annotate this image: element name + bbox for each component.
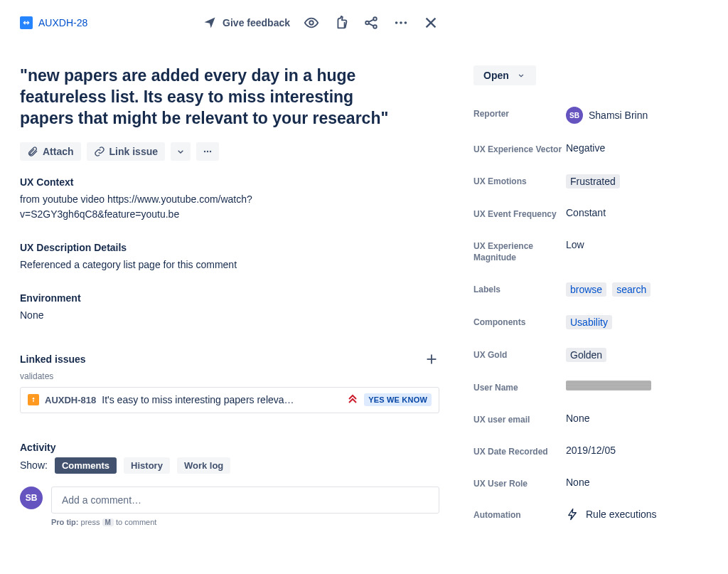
labels-value[interactable]: browse search — [566, 282, 708, 297]
ux-context-label: UX Context — [20, 176, 439, 188]
attach-label: Attach — [43, 146, 74, 157]
user-role-label: UX User Role — [473, 477, 566, 490]
add-linked-issue-button[interactable] — [424, 351, 439, 367]
svg-point-0 — [309, 21, 314, 25]
username-value[interactable] — [566, 381, 708, 390]
reporter-label: Reporter — [473, 107, 566, 120]
magnitude-label: UX Experience Magnitude — [473, 239, 566, 265]
useremail-value[interactable]: None — [566, 413, 708, 424]
label-search[interactable]: search — [612, 282, 651, 297]
link-issue-label: Link issue — [109, 146, 158, 157]
top-bar: AUXDH-28 Give feedback — [20, 14, 439, 31]
linked-issue-card[interactable]: AUXDH-818 It's easy to miss interesting … — [20, 387, 439, 413]
svg-point-8 — [405, 21, 407, 24]
tab-worklog[interactable]: Work log — [177, 457, 230, 474]
date-recorded-label: UX Date Recorded — [473, 445, 566, 458]
more-actions-icon[interactable] — [392, 14, 410, 31]
link-issue-button[interactable]: Link issue — [87, 142, 165, 161]
svg-point-7 — [400, 21, 402, 24]
close-icon[interactable] — [422, 14, 439, 31]
reporter-avatar: SB — [566, 107, 583, 124]
top-actions: Give feedback — [203, 14, 439, 31]
breadcrumb[interactable]: AUXDH-28 — [20, 16, 87, 29]
svg-rect-17 — [33, 400, 33, 402]
give-feedback-button[interactable]: Give feedback — [203, 16, 290, 30]
label-browse[interactable]: browse — [566, 282, 606, 297]
automation-label: Automation — [473, 508, 566, 521]
feedback-label: Give feedback — [223, 17, 290, 28]
ux-gold-label: UX Gold — [473, 348, 566, 361]
date-recorded-value[interactable]: 2019/12/05 — [566, 445, 708, 456]
activity-header: Activity — [20, 442, 439, 453]
issue-key-link[interactable]: AUXDH-28 — [38, 17, 87, 28]
current-user-avatar: SB — [20, 487, 43, 509]
svg-point-13 — [210, 150, 211, 152]
attach-button[interactable]: Attach — [20, 142, 81, 161]
tab-comments[interactable]: Comments — [55, 457, 117, 474]
useremail-label: UX user email — [473, 413, 566, 426]
more-content-actions[interactable] — [196, 142, 219, 161]
environment-label: Environment — [20, 292, 439, 304]
show-label: Show: — [20, 459, 48, 471]
ux-gold-value[interactable]: Golden — [566, 348, 708, 362]
magnitude-value[interactable]: Low — [566, 239, 708, 250]
components-value[interactable]: Usability — [566, 315, 708, 329]
components-label: Components — [473, 315, 566, 329]
linked-issue-summary: It's easy to miss interesting papers rel… — [102, 394, 341, 405]
issue-type-icon — [20, 16, 33, 29]
link-relation-label: validates — [20, 371, 439, 381]
svg-point-6 — [395, 21, 398, 24]
comment-input[interactable]: Add a comment… — [51, 487, 439, 514]
pro-tip: Pro tip: press M to comment — [51, 518, 439, 526]
action-row: Attach Link issue — [20, 142, 439, 161]
username-label: User Name — [473, 381, 566, 394]
tab-history[interactable]: History — [124, 457, 170, 474]
environment-value: None — [20, 308, 439, 323]
svg-point-16 — [33, 398, 35, 400]
user-role-value[interactable]: None — [566, 477, 708, 488]
link-issue-dropdown[interactable] — [171, 142, 191, 161]
svg-point-12 — [207, 150, 208, 152]
rule-executions-link[interactable]: Rule executions — [566, 508, 708, 521]
labels-label: Labels — [473, 282, 566, 296]
ux-desc-label: UX Description Details — [20, 242, 439, 253]
linked-issue-key[interactable]: AUXDH-818 — [45, 395, 96, 405]
emotions-label: UX Emotions — [473, 174, 566, 188]
ux-context-value: from youtube video https://www.youtube.c… — [20, 192, 276, 222]
linked-issue-type-icon — [28, 394, 39, 405]
reporter-value[interactable]: SB Shamsi Brinn — [566, 107, 708, 124]
component-usability[interactable]: Usability — [566, 315, 612, 329]
linked-issue-status: YES WE KNOW — [364, 393, 432, 406]
frequency-value[interactable]: Constant — [566, 207, 708, 218]
issue-title[interactable]: "new papers are added every day in a hug… — [20, 65, 404, 129]
emotions-value[interactable]: Frustrated — [566, 174, 708, 188]
svg-line-5 — [368, 23, 373, 26]
ux-desc-value: Referenced a category list page for this… — [20, 257, 439, 272]
svg-line-4 — [368, 19, 373, 22]
priority-icon — [347, 393, 358, 407]
vector-label: UX Experience Vector — [473, 142, 566, 156]
watch-icon[interactable] — [303, 14, 320, 31]
share-icon[interactable] — [363, 14, 380, 31]
reporter-name: Shamsi Brinn — [589, 110, 648, 121]
status-label: Open — [483, 70, 509, 81]
vector-value[interactable]: Negative — [566, 142, 708, 154]
vote-icon[interactable] — [333, 14, 350, 31]
status-dropdown[interactable]: Open — [473, 65, 536, 85]
svg-point-11 — [204, 150, 205, 152]
redacted-username — [566, 381, 651, 390]
frequency-label: UX Event Frequency — [473, 207, 566, 220]
linked-issues-header: Linked issues — [20, 354, 86, 365]
